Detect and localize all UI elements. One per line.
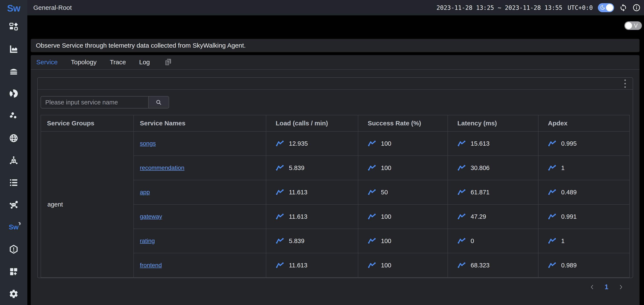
- sidebar-item-new-dashboard[interactable]: [0, 260, 27, 283]
- trend-line-icon[interactable]: [368, 238, 376, 244]
- service-link[interactable]: frontend: [140, 262, 162, 268]
- page-title: General-Root: [33, 4, 72, 11]
- trend-line-icon[interactable]: [458, 164, 466, 171]
- table-body: agent songs 12.935 100 15.613: [41, 131, 630, 278]
- trend-line-icon[interactable]: [276, 140, 284, 147]
- panel-header: [38, 78, 633, 90]
- banner-text: Observe Service through telemetry data c…: [36, 42, 246, 49]
- service-link[interactable]: recommendation: [140, 164, 184, 171]
- view-toggle-label: V: [634, 22, 638, 29]
- sidebar-item-skywalking[interactable]: Sw: [0, 216, 27, 238]
- service-link[interactable]: gateway: [140, 213, 162, 220]
- trend-line-icon[interactable]: [276, 213, 284, 220]
- moon-icon: [599, 5, 605, 11]
- services-table: Service Groups Service Names Load (calls…: [40, 115, 630, 278]
- chevron-right-icon: [618, 284, 624, 290]
- sidebar-item-sampling[interactable]: [0, 105, 27, 127]
- trend-line-icon[interactable]: [548, 140, 556, 147]
- trend-line-icon[interactable]: [458, 238, 466, 244]
- trend-line-icon[interactable]: [548, 238, 556, 244]
- trend-line-icon[interactable]: [276, 262, 284, 269]
- sidebar-item-marketplace[interactable]: [0, 16, 27, 38]
- latency-value: 47.29: [470, 213, 486, 220]
- sidebar-item-database[interactable]: [0, 60, 27, 82]
- sidebar-item-infrastructure[interactable]: [0, 149, 27, 172]
- success-rate-value: 100: [381, 238, 391, 244]
- sidebar-item-settings[interactable]: [0, 283, 27, 305]
- mesh-icon: [9, 200, 18, 210]
- trend-line-icon[interactable]: [368, 213, 376, 220]
- view-mode-toggle[interactable]: V: [624, 21, 642, 30]
- success-rate-value: 100: [381, 213, 391, 220]
- success-rate-value: 50: [381, 189, 388, 196]
- load-value: 5.839: [289, 238, 304, 244]
- layers-icon: [9, 66, 18, 76]
- sidebar-item-browser[interactable]: [0, 127, 27, 149]
- trend-line-icon[interactable]: [458, 262, 466, 269]
- tab-service[interactable]: Service: [36, 58, 58, 66]
- trend-line-icon[interactable]: [548, 262, 556, 269]
- trend-line-icon[interactable]: [368, 189, 376, 196]
- panel-menu-button[interactable]: [623, 78, 627, 89]
- tab-log[interactable]: Log: [139, 58, 150, 66]
- trend-line-icon[interactable]: [458, 140, 466, 147]
- apdex-value: 0.489: [561, 189, 577, 196]
- col-success-rate: Success Rate (%): [358, 115, 448, 131]
- col-load: Load (calls / min): [266, 115, 358, 131]
- col-service-groups: Service Groups: [41, 115, 134, 131]
- trend-line-icon[interactable]: [276, 164, 284, 171]
- refresh-button[interactable]: [619, 4, 627, 12]
- trend-line-icon[interactable]: [548, 164, 556, 171]
- trend-line-icon[interactable]: [368, 140, 376, 147]
- latency-value: 15.613: [470, 140, 490, 147]
- sidebar-item-dashboard-pie[interactable]: [0, 82, 27, 105]
- success-rate-value: 100: [381, 262, 391, 269]
- skywalking-logo[interactable]: Sw: [7, 1, 20, 16]
- load-value: 11.613: [289, 213, 308, 220]
- trend-line-icon[interactable]: [548, 213, 556, 220]
- service-link[interactable]: rating: [140, 238, 155, 244]
- apdex-value: 1: [561, 238, 564, 244]
- trend-line-icon[interactable]: [276, 189, 284, 196]
- info-button[interactable]: [632, 4, 640, 12]
- sidebar-item-service-mesh[interactable]: [0, 194, 27, 216]
- tabs-row: Service Topology Trace Log: [31, 55, 640, 70]
- page-number[interactable]: 1: [605, 283, 608, 291]
- trend-line-icon[interactable]: [458, 213, 466, 220]
- service-link[interactable]: app: [140, 189, 150, 196]
- tab-topology[interactable]: Topology: [71, 58, 96, 66]
- skywalking-logo-text: Sw: [7, 3, 20, 14]
- pie-chart-icon: [9, 89, 18, 98]
- skywalking-icon: Sw: [9, 223, 18, 231]
- apdex-value: 0.995: [561, 140, 577, 147]
- next-page-button[interactable]: [618, 284, 624, 290]
- search-input[interactable]: [40, 96, 148, 108]
- success-rate-value: 100: [381, 140, 391, 147]
- trend-line-icon[interactable]: [548, 189, 556, 196]
- service-link[interactable]: songs: [140, 140, 156, 147]
- trend-line-icon[interactable]: [368, 262, 376, 269]
- trend-line-icon[interactable]: [368, 164, 376, 171]
- trend-line-icon[interactable]: [276, 238, 284, 244]
- service-group-cell: agent: [41, 131, 134, 278]
- trend-line-icon[interactable]: [458, 189, 466, 196]
- main-content: V Observe Service through telemetry data…: [27, 16, 644, 305]
- sidebar-item-alarm[interactable]: [0, 238, 27, 260]
- search-button[interactable]: [148, 96, 169, 108]
- sidebar-item-virtual-machine[interactable]: [0, 172, 27, 194]
- apdex-value: 0.991: [561, 213, 577, 220]
- copy-tab-button[interactable]: [164, 58, 172, 67]
- chevron-left-icon: [589, 284, 595, 290]
- tab-trace[interactable]: Trace: [110, 58, 126, 66]
- browser-icon: [9, 133, 18, 143]
- theme-toggle[interactable]: [598, 3, 614, 12]
- time-range-picker[interactable]: 2023-11-28 13:25 ~ 2023-11-28 13:55: [436, 4, 562, 11]
- timezone-label: UTC+0:0: [568, 4, 593, 11]
- prev-page-button[interactable]: [589, 284, 595, 290]
- sidebar-item-general-service[interactable]: [0, 38, 27, 60]
- table-row: agent songs 12.935 100 15.613: [41, 131, 630, 156]
- alarm-icon: [9, 244, 18, 254]
- success-rate-value: 100: [381, 164, 391, 172]
- latency-value: 61.871: [470, 189, 490, 196]
- apdex-value: 1: [561, 164, 564, 172]
